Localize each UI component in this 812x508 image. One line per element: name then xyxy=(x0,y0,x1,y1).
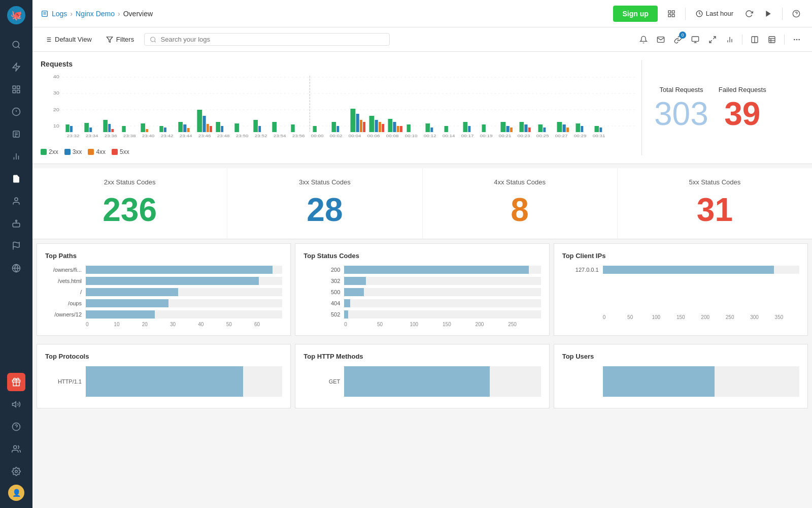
logs-icon xyxy=(41,10,49,18)
top-paths-row-2: / xyxy=(45,288,282,296)
stats-panel: Total Requests 303 Failed Requests 39 xyxy=(641,60,804,155)
svg-rect-55 xyxy=(692,37,698,41)
default-view-button[interactable]: Default View xyxy=(41,34,96,45)
total-requests-label: Total Requests xyxy=(654,86,708,93)
top-sc-label-4: 502 xyxy=(303,311,344,318)
top-ip-axis-300: 300 xyxy=(750,314,774,320)
signup-button[interactable]: Sign up xyxy=(613,6,657,22)
top-proto-track-0 xyxy=(86,366,282,397)
svg-rect-138 xyxy=(563,124,566,132)
svg-text:20: 20 xyxy=(53,107,60,112)
top-sc-axis-250: 250 xyxy=(508,322,541,327)
charts-grid-row1: Top Paths /owners/fi... /vets.html / xyxy=(32,239,812,340)
columns-icon[interactable] xyxy=(748,33,762,47)
svg-rect-98 xyxy=(210,126,212,132)
help-icon[interactable] xyxy=(789,6,804,21)
bar-chart-icon[interactable] xyxy=(723,33,737,47)
svg-rect-38 xyxy=(668,11,671,13)
top-paths-axis-60: 60 xyxy=(254,322,282,327)
legend-3xx: 3xx xyxy=(64,148,82,155)
app-logo[interactable]: 🐙 xyxy=(6,5,26,25)
top-paths-row-1: /vets.html xyxy=(45,277,282,285)
time-selector[interactable]: Last hour xyxy=(692,8,737,19)
mail-icon[interactable] xyxy=(654,33,668,47)
top-client-ips-chart: 127.0.0.1 0 50 100 150 200 250 300 350 xyxy=(562,266,799,320)
svg-rect-108 xyxy=(332,122,336,132)
svg-rect-94 xyxy=(187,128,190,132)
legend-dot-4xx xyxy=(88,149,94,155)
toolbar-divider-1 xyxy=(742,35,742,45)
top-ip-axis: 0 50 100 150 200 250 300 350 xyxy=(562,314,799,320)
top-sc-row-3: 404 xyxy=(303,299,540,307)
status-2xx-card: 2xx Status Codes 236 xyxy=(32,168,227,239)
top-sc-label-1: 302 xyxy=(303,278,344,284)
svg-rect-82 xyxy=(84,123,89,132)
svg-rect-6 xyxy=(17,86,20,88)
sidebar-item-help[interactable] xyxy=(7,418,25,436)
top-ip-axis-200: 200 xyxy=(701,314,725,320)
tv-icon[interactable] xyxy=(688,33,702,47)
svg-text:10: 10 xyxy=(53,123,60,129)
more-icon[interactable] xyxy=(790,33,804,47)
search-input[interactable] xyxy=(161,36,385,43)
svg-text:23:54: 23:54 xyxy=(274,134,286,138)
play-icon[interactable] xyxy=(761,6,776,21)
sidebar-item-bot[interactable] xyxy=(7,214,25,233)
grid-layout-icon[interactable] xyxy=(664,6,679,21)
svg-rect-134 xyxy=(528,128,531,132)
svg-rect-101 xyxy=(234,123,239,132)
top-sc-axis-50: 50 xyxy=(377,322,410,327)
svg-point-33 xyxy=(14,446,17,449)
svg-text:23:32: 23:32 xyxy=(67,134,80,138)
svg-rect-96 xyxy=(202,116,206,132)
svg-rect-110 xyxy=(351,109,356,132)
sidebar-item-alert[interactable] xyxy=(7,103,25,121)
link-icon[interactable]: 0 xyxy=(671,33,685,47)
status-2xx-value: 236 xyxy=(43,191,217,229)
notification-icon[interactable] xyxy=(636,33,651,47)
svg-point-53 xyxy=(151,37,155,41)
sidebar-item-gift[interactable] xyxy=(7,373,25,391)
breadcrumb: Logs › Nginx Demo › Overview xyxy=(41,10,153,18)
top-paths-fill-0 xyxy=(86,266,273,274)
svg-rect-135 xyxy=(538,124,543,132)
svg-rect-132 xyxy=(520,122,524,132)
sidebar-item-chart[interactable] xyxy=(7,147,25,166)
legend-5xx: 5xx xyxy=(112,148,129,155)
top-ip-row-0: 127.0.0.1 xyxy=(562,266,799,274)
sidebar-item-flag[interactable] xyxy=(7,237,25,255)
sidebar-item-settings[interactable] xyxy=(7,462,25,481)
refresh-icon[interactable] xyxy=(741,6,757,21)
filters-button[interactable]: Filters xyxy=(102,34,138,45)
sidebar-item-person[interactable] xyxy=(7,192,25,210)
top-sc-row-0: 200 xyxy=(303,266,540,274)
top-sc-track-4 xyxy=(344,310,540,319)
sidebar-item-search[interactable] xyxy=(7,36,25,54)
top-sc-row-4: 502 xyxy=(303,310,540,319)
breadcrumb-nginx[interactable]: Nginx Demo xyxy=(76,10,115,18)
top-paths-fill-2 xyxy=(86,288,178,296)
expand-icon[interactable] xyxy=(705,33,720,47)
svg-marker-43 xyxy=(766,11,770,17)
status-2xx-label: 2xx Status Codes xyxy=(43,178,217,186)
status-5xx-card: 5xx Status Codes 31 xyxy=(618,168,812,239)
svg-text:23:48: 23:48 xyxy=(217,134,230,138)
svg-rect-100 xyxy=(221,126,223,132)
sidebar-item-document[interactable] xyxy=(7,170,25,188)
sidebar-item-globe[interactable] xyxy=(7,259,25,277)
sidebar-item-grid[interactable] xyxy=(7,80,25,99)
table-icon[interactable] xyxy=(765,33,779,47)
breadcrumb-logs[interactable]: Logs xyxy=(52,10,67,18)
status-3xx-value: 28 xyxy=(238,191,412,229)
top-paths-track-1 xyxy=(86,277,282,285)
sidebar-item-megaphone[interactable] xyxy=(7,395,25,414)
chart-legend: 2xx 3xx 4xx 5xx xyxy=(41,148,641,155)
sidebar-item-profile-avatar[interactable]: 👤 xyxy=(8,485,24,501)
sidebar-item-log[interactable] xyxy=(7,125,25,143)
top-ip-axis-150: 150 xyxy=(676,314,701,320)
svg-rect-127 xyxy=(468,126,470,132)
sidebar-item-bolt[interactable] xyxy=(7,58,25,76)
svg-rect-142 xyxy=(595,126,599,132)
top-status-codes-title: Top Status Codes xyxy=(303,252,540,260)
sidebar-item-users-mgmt[interactable] xyxy=(7,440,25,458)
